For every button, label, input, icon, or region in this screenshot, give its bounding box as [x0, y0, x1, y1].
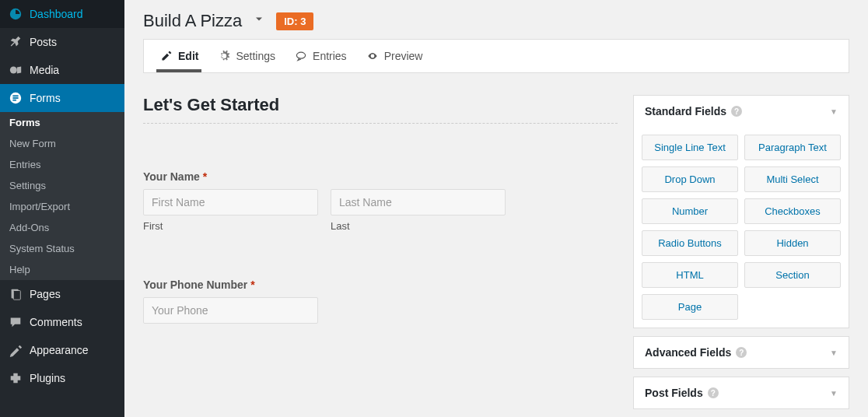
svg-rect-6: [13, 291, 20, 300]
tab-entries[interactable]: Entries: [285, 40, 356, 72]
tab-label: Edit: [178, 50, 198, 62]
sidebar-item-comments[interactable]: Comments: [0, 308, 124, 336]
svg-rect-3: [12, 97, 18, 99]
media-icon: [8, 62, 23, 78]
sidebar-item-dashboard[interactable]: Dashboard: [0, 0, 124, 28]
first-name-col: First: [143, 189, 318, 232]
svg-point-0: [10, 67, 17, 74]
eye-icon: [366, 49, 380, 63]
sidebar-label: Pages: [30, 288, 61, 300]
submenu-settings[interactable]: Settings: [0, 175, 124, 196]
form-title: Build A Pizza: [143, 11, 242, 31]
appearance-icon: [8, 342, 23, 358]
tab-preview[interactable]: Preview: [356, 40, 432, 72]
field-panels: Standard Fields ? ▼ Single Line Text Par…: [633, 95, 849, 417]
tab-settings[interactable]: Settings: [208, 40, 285, 72]
standard-fields-header[interactable]: Standard Fields ? ▼: [634, 96, 849, 127]
form-tabs: Edit Settings Entries Preview: [143, 39, 849, 73]
field-drop-down[interactable]: Drop Down: [642, 166, 738, 192]
divider: [143, 123, 618, 124]
help-icon[interactable]: ?: [731, 106, 742, 117]
submenu-import-export[interactable]: Import/Export: [0, 196, 124, 217]
field-number[interactable]: Number: [642, 198, 738, 224]
tab-edit[interactable]: Edit: [150, 40, 208, 72]
first-name-sublabel: First: [143, 220, 318, 232]
submenu-help[interactable]: Help: [0, 259, 124, 280]
field-paragraph-text[interactable]: Paragraph Text: [744, 135, 841, 160]
admin-sidebar: Dashboard Posts Media Forms Forms New Fo…: [0, 0, 124, 417]
field-page[interactable]: Page: [642, 294, 738, 320]
edit-icon: [159, 49, 173, 63]
sidebar-item-posts[interactable]: Posts: [0, 28, 124, 56]
plugin-icon: [8, 370, 23, 386]
sidebar-item-plugins[interactable]: Plugins: [0, 364, 124, 392]
submenu-forms[interactable]: Forms: [0, 112, 124, 133]
gear-icon: [217, 49, 231, 63]
sidebar-item-forms[interactable]: Forms: [0, 84, 124, 112]
sidebar-item-media[interactable]: Media: [0, 56, 124, 84]
submenu-system-status[interactable]: System Status: [0, 238, 124, 259]
phone-field-label: Your Phone Number *: [143, 279, 618, 291]
editor-content: Let's Get Started Your Name * First Last…: [124, 73, 868, 417]
field-checkboxes[interactable]: Checkboxes: [744, 198, 841, 224]
help-icon[interactable]: ?: [736, 347, 747, 358]
advanced-fields-header[interactable]: Advanced Fields ? ▼: [634, 337, 849, 368]
form-canvas: Let's Get Started Your Name * First Last…: [143, 95, 618, 417]
required-marker: *: [203, 170, 207, 183]
main-content: Build A Pizza ID: 3 Edit Settings Entrie…: [124, 0, 868, 417]
forms-submenu: Forms New Form Entries Settings Import/E…: [0, 112, 124, 280]
last-name-sublabel: Last: [331, 220, 506, 232]
field-html[interactable]: HTML: [642, 262, 738, 288]
tab-label: Preview: [384, 50, 423, 62]
sidebar-label: Dashboard: [30, 8, 83, 20]
caret-down-icon: ▼: [830, 349, 838, 357]
chevron-down-icon[interactable]: [253, 13, 265, 29]
svg-point-7: [296, 52, 305, 58]
caret-down-icon: ▼: [830, 389, 838, 398]
sidebar-label: Posts: [30, 36, 57, 48]
sidebar-label: Appearance: [30, 344, 89, 356]
form-header: Build A Pizza ID: 3: [124, 0, 868, 39]
field-hidden[interactable]: Hidden: [744, 230, 841, 256]
submenu-add-ons[interactable]: Add-Ons: [0, 217, 124, 238]
name-field-label: Your Name *: [143, 170, 618, 183]
sidebar-label: Forms: [30, 92, 61, 104]
pin-icon: [8, 34, 23, 50]
forms-icon: [8, 90, 23, 106]
first-name-input[interactable]: [143, 189, 318, 216]
post-fields-header[interactable]: Post Fields ? ▼: [634, 377, 849, 408]
field-radio-buttons[interactable]: Radio Buttons: [642, 230, 738, 256]
pages-icon: [8, 286, 23, 302]
help-icon[interactable]: ?: [708, 387, 719, 398]
field-multi-select[interactable]: Multi Select: [744, 166, 841, 192]
field-section[interactable]: Section: [744, 262, 841, 288]
sidebar-label: Plugins: [30, 372, 65, 384]
standard-fields-body: Single Line Text Paragraph Text Drop Dow…: [634, 127, 849, 328]
name-field-row: First Last: [143, 189, 618, 232]
svg-rect-2: [12, 95, 18, 96]
comment-icon: [8, 314, 23, 330]
section-title: Let's Get Started: [143, 95, 618, 115]
dashboard-icon: [8, 6, 23, 22]
svg-rect-4: [12, 100, 16, 101]
post-fields-panel: Post Fields ? ▼: [633, 377, 849, 409]
tab-label: Settings: [236, 50, 275, 62]
standard-fields-panel: Standard Fields ? ▼ Single Line Text Par…: [633, 95, 849, 328]
form-id-badge: ID: 3: [276, 12, 313, 30]
sidebar-item-pages[interactable]: Pages: [0, 280, 124, 308]
sidebar-label: Comments: [30, 316, 82, 328]
phone-input[interactable]: [143, 297, 318, 324]
field-single-line-text[interactable]: Single Line Text: [642, 135, 738, 160]
sidebar-item-appearance[interactable]: Appearance: [0, 336, 124, 364]
sidebar-label: Media: [30, 64, 59, 76]
tab-label: Entries: [313, 50, 347, 62]
caret-down-icon: ▼: [830, 107, 838, 116]
submenu-entries[interactable]: Entries: [0, 154, 124, 175]
last-name-col: Last: [331, 189, 506, 232]
required-marker: *: [250, 279, 254, 291]
chat-icon: [294, 49, 308, 63]
last-name-input[interactable]: [331, 189, 506, 216]
advanced-fields-panel: Advanced Fields ? ▼: [633, 336, 849, 369]
submenu-new-form[interactable]: New Form: [0, 133, 124, 154]
